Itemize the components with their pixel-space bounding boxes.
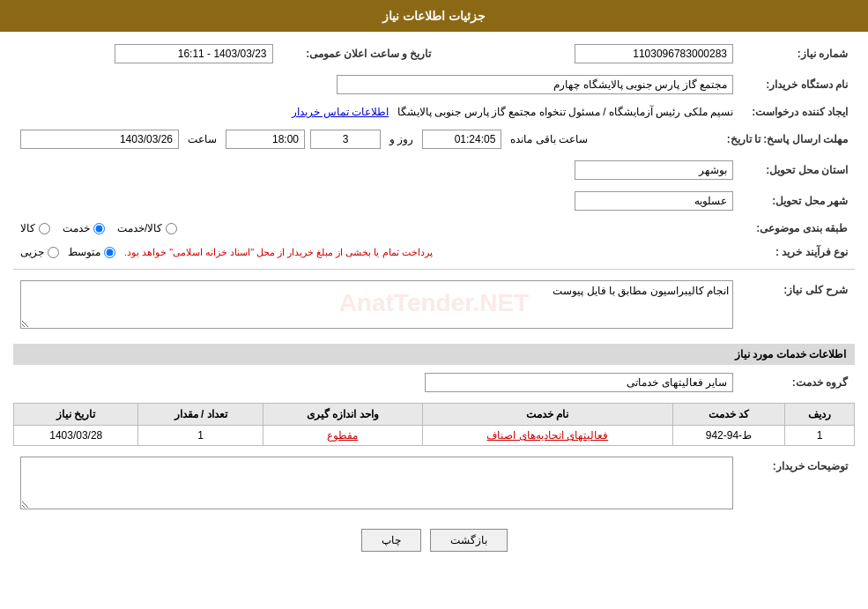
main-content: AnatTender.NET شماره نیاز: 1103096783000… <box>0 32 868 574</box>
need-number-value: 1103096783000283 <box>474 41 741 67</box>
service-group-box: سایر فعالیتهای خدماتی <box>425 373 733 392</box>
city-label: شهر محل تحویل: <box>740 188 855 214</box>
services-table-body: 1 ط-94-942 فعالیتهای اتحادیه‌های اصناف م… <box>14 426 855 446</box>
cell-name[interactable]: فعالیتهای اتحادیه‌های اصناف <box>422 426 672 446</box>
back-button[interactable]: بازگشت <box>430 529 508 552</box>
info-row-1: شماره نیاز: 1103096783000283 تاریخ و ساع… <box>13 41 855 67</box>
send-time-label: ساعت <box>188 133 217 145</box>
send-day-label: روز و <box>389 133 413 145</box>
send-date-time: 18:00 <box>226 130 305 149</box>
send-date-label: مهلت ارسال پاسخ: تا تاریخ: <box>720 126 855 152</box>
process-label: نوع فرآیند خرید : <box>740 242 855 262</box>
divider-1 <box>13 269 855 270</box>
category-radio-group: کالا خدمت کالا/خدمت <box>20 222 733 234</box>
page-title: جزئیات اطلاعات نیاز <box>382 9 486 23</box>
services-section-title: اطلاعات خدمات مورد نیاز <box>13 344 855 365</box>
services-table-head: ردیف کد خدمت نام خدمت واحد اندازه گیری ت… <box>14 404 855 426</box>
info-row-8: نوع فرآیند خرید : جزیی متوسط <box>13 242 855 262</box>
process-mota: متوسط <box>68 246 115 258</box>
process-row: جزیی متوسط پرداخت تمام یا بخشی از مبلغ خ… <box>20 246 733 258</box>
col-row: ردیف <box>785 404 855 426</box>
col-name: نام خدمت <box>422 404 672 426</box>
creator-label: ایجاد کننده درخواست: <box>740 102 855 122</box>
col-code: کد خدمت <box>672 404 784 426</box>
buyer-desc-row: توضیحات خریدار: <box>13 453 855 516</box>
process-mota-label: متوسط <box>68 246 100 258</box>
send-remain-label: ساعت باقی مانده <box>510 133 588 145</box>
send-date-day: 3 <box>310 130 381 149</box>
category-khedmat-radio[interactable] <box>93 223 105 234</box>
col-unit: واحد اندازه گیری <box>263 404 422 426</box>
category-label: طبقه بندی موضوعی: <box>740 219 855 238</box>
city-value: عسلویه <box>13 188 740 214</box>
info-row-7: طبقه بندی موضوعی: کالا خدمت کالا/خدمت <box>13 219 855 238</box>
category-khedmat: خدمت <box>63 222 105 234</box>
need-number-label: شماره نیاز: <box>740 41 855 67</box>
announcement-date-label: تاریخ و ساعت اعلان عمومی: <box>280 41 439 67</box>
buyer-org-box: مجتمع گاز پارس جنوبی پالایشگاه چهارم <box>337 75 733 94</box>
city-box: عسلویه <box>575 191 733 211</box>
category-khedmat-label: خدمت <box>63 222 90 234</box>
buyer-org-label: نام دستگاه خریدار: <box>740 71 855 98</box>
need-number-box: 1103096783000283 <box>575 44 733 63</box>
cell-qty: 1 <box>138 426 263 446</box>
send-date-date: 1403/03/26 <box>20 130 179 149</box>
cell-date: 1403/03/28 <box>14 426 138 446</box>
info-row-6: شهر محل تحویل: عسلویه <box>13 188 855 214</box>
process-jazii: جزیی <box>20 246 59 258</box>
page-wrapper: جزئیات اطلاعات نیاز AnatTender.NET شماره… <box>0 0 868 609</box>
info-row-5: استان محل تحویل: بوشهر <box>13 157 855 183</box>
services-table: ردیف کد خدمت نام خدمت واحد اندازه گیری ت… <box>13 403 855 446</box>
print-button[interactable]: چاپ <box>361 529 421 552</box>
col-qty: تعداد / مقدار <box>138 404 263 426</box>
announcement-date-value: 1403/03/23 - 16:11 <box>13 41 280 67</box>
cell-code: ط-94-942 <box>672 426 784 446</box>
province-box: بوشهر <box>575 160 733 180</box>
send-date-remain: 01:24:05 <box>422 130 501 149</box>
process-radio-group: جزیی متوسط <box>20 246 115 258</box>
buyer-desc-value <box>13 453 740 516</box>
send-date-values: 1403/03/26 ساعت 18:00 3 روز و 01:24:05 س… <box>13 126 720 152</box>
buyer-desc-label: توضیحات خریدار: <box>740 453 855 516</box>
cell-unit: مقطوع <box>263 426 422 446</box>
button-row: بازگشت چاپ <box>13 529 855 552</box>
info-row-3: ایجاد کننده درخواست: نسیم ملکی رئیس آزما… <box>13 102 855 122</box>
creator-link[interactable]: اطلاعات تماس خریدار <box>292 106 389 118</box>
category-kala-radio[interactable] <box>39 223 50 234</box>
service-group-row: گروه خدمت: سایر فعالیتهای خدماتی <box>13 369 855 396</box>
description-label: شرح کلی نیاز: <box>740 277 855 335</box>
province-value: بوشهر <box>13 157 740 183</box>
description-textarea[interactable]: انجام کالیبراسیون مطابق با فایل پیوست <box>20 280 733 329</box>
category-kala: کالا <box>20 222 50 234</box>
service-group-value: سایر فعالیتهای خدماتی <box>13 369 740 396</box>
creator-value: نسیم ملکی رئیس آزمایشگاه / مسئول تنخواه … <box>13 102 740 122</box>
cell-row: 1 <box>785 426 855 446</box>
process-mota-radio[interactable] <box>104 247 115 258</box>
announcement-date-box: 1403/03/23 - 16:11 <box>115 44 273 63</box>
province-label: استان محل تحویل: <box>740 157 855 183</box>
page-header: جزئیات اطلاعات نیاز <box>0 0 868 32</box>
process-jazii-label: جزیی <box>20 246 44 258</box>
creator-text: نسیم ملکی رئیس آزمایشگاه / مسئول تنخواه … <box>397 106 733 118</box>
info-row-2: نام دستگاه خریدار: مجتمع گاز پارس جنوبی … <box>13 71 855 98</box>
table-row: 1 ط-94-942 فعالیتهای اتحادیه‌های اصناف م… <box>14 426 855 446</box>
category-kala-khedmat: کالا/خدمت <box>117 222 177 234</box>
process-options: جزیی متوسط پرداخت تمام یا بخشی از مبلغ خ… <box>13 242 740 262</box>
info-row-4: مهلت ارسال پاسخ: تا تاریخ: 1403/03/26 سا… <box>13 126 855 152</box>
col-date: تاریخ نیاز <box>14 404 138 426</box>
category-options: کالا خدمت کالا/خدمت <box>13 219 740 238</box>
buyer-org-value: مجتمع گاز پارس جنوبی پالایشگاه چهارم <box>13 71 740 98</box>
service-group-label: گروه خدمت: <box>740 369 855 396</box>
description-value: انجام کالیبراسیون مطابق با فایل پیوست <box>13 277 740 335</box>
category-kala-label: کالا <box>20 222 35 234</box>
process-note: پرداخت تمام یا بخشی از مبلغ خریدار از مح… <box>124 247 433 258</box>
process-jazii-radio[interactable] <box>48 247 59 258</box>
buyer-desc-textarea[interactable] <box>20 457 733 509</box>
category-kala-khedmat-label: کالا/خدمت <box>117 222 162 234</box>
description-row: شرح کلی نیاز: انجام کالیبراسیون مطابق با… <box>13 277 855 335</box>
category-kala-khedmat-radio[interactable] <box>166 223 177 234</box>
